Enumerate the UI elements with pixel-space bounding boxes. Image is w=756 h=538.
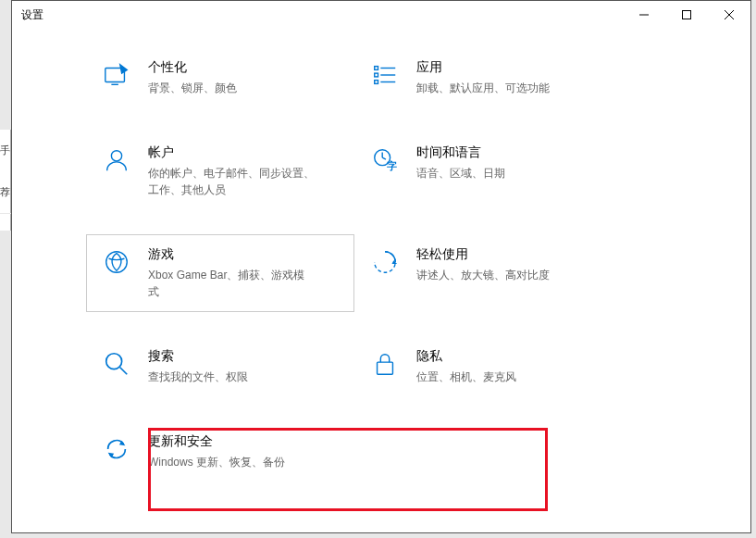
category-label: 帐户 [148,144,315,161]
category-label: 隐私 [416,348,516,365]
accounts-icon [100,146,133,180]
category-time-language[interactable]: 字 时间和语言 语音、区域、日期 [354,132,623,210]
titlebar[interactable]: 设置 [12,1,750,29]
update-security-icon [100,435,133,469]
svg-rect-10 [375,81,378,84]
categories-grid: 个性化 背景、锁屏、颜色 应用 卸载、默认应用、可选功能 [12,29,750,507]
svg-line-20 [120,368,128,375]
category-search[interactable]: 搜索 查找我的文件、权限 [86,336,354,397]
category-gaming[interactable]: 游戏 Xbox Game Bar、捕获、游戏模式 [86,234,354,312]
svg-text:字: 字 [387,160,397,171]
category-desc: Xbox Game Bar、捕获、游戏模式 [148,267,315,300]
maximize-button[interactable] [665,1,708,29]
svg-rect-6 [375,67,378,70]
category-desc: 位置、相机、麦克风 [416,369,516,385]
ease-of-access-icon [368,248,402,282]
gaming-icon [100,248,133,282]
category-label: 应用 [416,59,550,76]
svg-point-19 [106,354,122,369]
window-title: 设置 [12,7,43,23]
search-icon [100,350,133,383]
category-label: 个性化 [148,59,237,76]
category-desc: 查找我的文件、权限 [148,369,248,385]
category-desc: 卸载、默认应用、可选功能 [416,80,550,96]
category-label: 时间和语言 [416,144,505,161]
category-accounts[interactable]: 帐户 你的帐户、电子邮件、同步设置、工作、其他人员 [86,132,354,210]
svg-point-12 [111,151,121,161]
category-privacy[interactable]: 隐私 位置、相机、麦克风 [354,336,623,397]
svg-rect-8 [375,73,378,77]
apps-icon [368,61,402,94]
minimize-button[interactable] [623,1,665,29]
privacy-icon [368,350,402,383]
category-desc: 语音、区域、日期 [416,165,505,181]
svg-line-15 [382,157,386,159]
category-update-security[interactable]: 更新和安全 Windows 更新、恢复、备份 [86,421,354,482]
category-label: 游戏 [148,246,315,263]
category-ease-of-access[interactable]: 轻松使用 讲述人、放大镜、高对比度 [354,234,623,312]
svg-point-17 [106,252,128,273]
category-desc: 背景、锁屏、颜色 [148,80,237,96]
category-desc: 讲述人、放大镜、高对比度 [416,267,550,283]
time-language-icon: 字 [368,146,402,180]
category-label: 轻松使用 [416,246,550,263]
category-label: 更新和安全 [148,433,285,450]
close-button[interactable] [708,1,750,29]
category-personalization[interactable]: 个性化 背景、锁屏、颜色 [86,47,354,108]
svg-marker-18 [392,260,398,264]
svg-rect-21 [378,362,393,374]
svg-rect-1 [683,11,691,19]
side-text-a: 手 [0,144,10,157]
category-label: 搜索 [148,348,248,365]
category-desc: 你的帐户、电子邮件、同步设置、工作、其他人员 [148,165,315,198]
category-apps[interactable]: 应用 卸载、默认应用、可选功能 [354,47,623,108]
category-desc: Windows 更新、恢复、备份 [148,454,285,470]
settings-window: 设置 个性化 背景、锁屏、颜色 [11,0,751,533]
side-text-b: 荐 [0,185,10,199]
personalization-icon [100,61,133,94]
